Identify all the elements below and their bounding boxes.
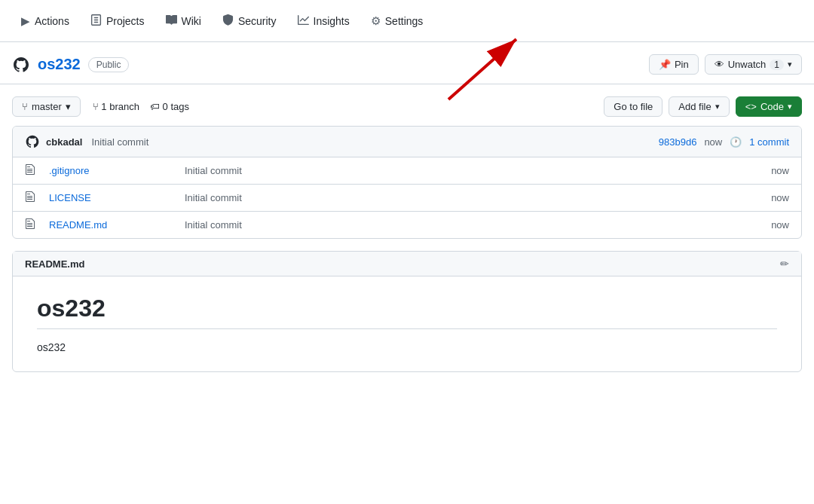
add-file-dropdown-icon: ▾	[715, 102, 720, 111]
nav-insights-label: Insights	[314, 15, 350, 27]
nav-settings-label: Settings	[385, 15, 424, 27]
file-icon	[25, 163, 43, 178]
commit-count-link[interactable]: 1 commit	[749, 136, 789, 148]
repo-name[interactable]: os232	[38, 56, 81, 73]
eye-icon: 👁	[715, 59, 724, 70]
left-controls: ⑂ master ▾ ⑂ 1 branch 🏷 0 tags	[12, 96, 189, 117]
top-nav: ▶ Actions Projects Wiki	[0, 0, 814, 42]
code-dropdown-icon: ▾	[788, 102, 792, 111]
page-wrapper: ▶ Actions Projects Wiki	[0, 0, 814, 504]
nav-insights[interactable]: Insights	[289, 8, 359, 34]
code-label: Code	[760, 101, 784, 112]
file-name[interactable]: LICENSE	[49, 192, 185, 203]
table-row: README.md Initial commit now	[13, 212, 801, 238]
pin-button[interactable]: 📌 Pin	[649, 54, 699, 75]
branch-selector[interactable]: ⑂ master ▾	[12, 96, 81, 117]
settings-icon: ⚙	[371, 14, 381, 28]
meta-info: ⑂ 1 branch 🏷 0 tags	[93, 101, 189, 112]
commit-avatar	[25, 134, 40, 149]
nav-security-label: Security	[238, 15, 277, 27]
file-commit: Initial commit	[185, 219, 771, 231]
readme-header: README.md ✏	[13, 252, 801, 276]
file-table: cbkadal Initial commit 983b9d6 now 🕐 1 c…	[12, 126, 802, 239]
file-name[interactable]: README.md	[49, 219, 185, 231]
tag-icon: 🏷	[150, 101, 160, 112]
actions-icon: ▶	[21, 14, 30, 28]
file-commit: Initial commit	[185, 192, 771, 203]
commit-author[interactable]: cbkadal	[46, 136, 82, 148]
edit-icon[interactable]: ✏	[780, 258, 789, 270]
file-time: now	[771, 192, 789, 203]
nav-projects[interactable]: Projects	[81, 8, 154, 34]
branch-dropdown-icon: ▾	[66, 101, 71, 112]
file-browser-header: ⑂ master ▾ ⑂ 1 branch 🏷 0 tags Go to fil…	[0, 84, 814, 126]
commit-message: Initial commit	[91, 136, 148, 148]
branch-count-link[interactable]: ⑂ 1 branch	[93, 101, 139, 112]
unwatch-dropdown-icon[interactable]: ▾	[788, 60, 792, 69]
repo-actions: 📌 Pin 👁 Unwatch 1 ▾	[649, 54, 802, 75]
code-icon: <>	[745, 101, 757, 112]
security-icon	[222, 14, 234, 28]
add-file-label: Add file	[678, 101, 711, 112]
code-button[interactable]: <> Code ▾	[736, 96, 802, 117]
repo-icon	[12, 56, 30, 74]
nav-wiki[interactable]: Wiki	[157, 8, 210, 34]
file-time: now	[771, 219, 789, 231]
file-icon	[25, 191, 43, 205]
tag-count-link[interactable]: 🏷 0 tags	[150, 101, 189, 112]
projects-icon	[90, 14, 102, 28]
history-icon: 🕐	[730, 136, 742, 148]
branch-icon-small: ⑂	[93, 101, 99, 112]
commit-right: 983b9d6 now 🕐 1 commit	[659, 136, 789, 148]
nav-wiki-label: Wiki	[182, 15, 201, 27]
repo-header: os232 Public 📌 Pin 👁 Unwatch 1 ▾	[0, 42, 814, 84]
nav-projects-label: Projects	[106, 15, 145, 27]
nav-actions-label: Actions	[35, 15, 69, 27]
latest-commit-row: cbkadal Initial commit 983b9d6 now 🕐 1 c…	[13, 127, 801, 157]
unwatch-count: 1	[770, 60, 784, 70]
commit-hash[interactable]: 983b9d6	[659, 136, 697, 148]
nav-actions[interactable]: ▶ Actions	[12, 8, 78, 34]
commit-left: cbkadal Initial commit	[25, 134, 148, 149]
file-icon	[25, 218, 43, 232]
unwatch-button[interactable]: 👁 Unwatch 1 ▾	[705, 54, 802, 75]
file-time: now	[771, 165, 789, 176]
pin-label: Pin	[675, 59, 689, 70]
readme-section: README.md ✏ os232 os232	[12, 251, 802, 372]
table-row: .gitignore Initial commit now	[13, 157, 801, 185]
right-controls: Go to file Add file ▾ <> Code ▾	[604, 96, 802, 117]
table-row: LICENSE Initial commit now	[13, 185, 801, 212]
branch-name: master	[32, 101, 62, 112]
file-name[interactable]: .gitignore	[49, 165, 185, 176]
insights-icon	[298, 14, 309, 28]
readme-filename: README.md	[25, 258, 84, 270]
branch-count: 1	[101, 101, 106, 112]
nav-security[interactable]: Security	[213, 8, 286, 34]
pin-icon: 📌	[659, 59, 671, 70]
commit-count: 1	[749, 136, 754, 148]
branch-icon: ⑂	[22, 101, 28, 112]
readme-heading: os232	[37, 295, 777, 329]
readme-body: os232	[37, 341, 777, 353]
go-to-file-button[interactable]: Go to file	[604, 96, 663, 117]
tag-count: 0	[163, 101, 168, 112]
commit-count-label: commit	[757, 136, 789, 148]
go-to-file-label: Go to file	[614, 101, 653, 112]
unwatch-label: Unwatch	[728, 59, 767, 70]
repo-visibility-badge: Public	[88, 57, 130, 72]
repo-title-area: os232 Public	[12, 56, 129, 74]
nav-settings[interactable]: ⚙ Settings	[362, 8, 433, 34]
commit-time: now	[704, 136, 722, 148]
readme-content: os232 os232	[13, 276, 801, 371]
wiki-icon	[166, 14, 177, 28]
file-commit: Initial commit	[185, 165, 771, 176]
add-file-button[interactable]: Add file ▾	[669, 96, 729, 117]
